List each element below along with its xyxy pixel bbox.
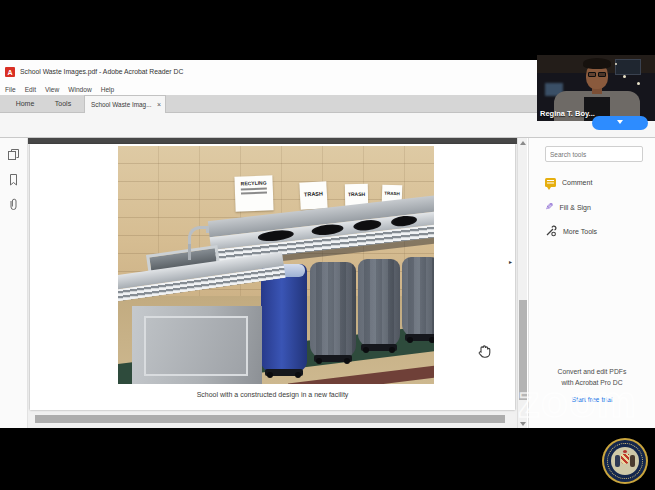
panel-collapse-handle[interactable]: ▸ — [509, 258, 512, 265]
triangle-up-icon — [520, 141, 526, 145]
cabinet-panel — [144, 316, 248, 376]
promo-line-2: with Acrobat Pro DC — [529, 377, 655, 388]
bookmark-icon — [7, 173, 20, 186]
trash-sign-text: TRASH — [345, 191, 368, 197]
trash-sign-1: TRASH — [299, 181, 327, 209]
window-title: School Waste Images.pdf - Adobe Acrobat … — [20, 60, 183, 84]
acrobat-app-icon: A — [5, 67, 15, 77]
participant-video[interactable]: Regina T. Boy... — [537, 55, 655, 121]
document-area: RECYLING TRASH TRASH TRASH — [0, 138, 655, 428]
government-seal — [602, 438, 648, 484]
page-thumbnails-button[interactable] — [7, 148, 21, 162]
bin-dolly — [361, 344, 396, 351]
panel-item-comment[interactable]: Comment — [545, 174, 649, 190]
sink-cabinet — [132, 306, 262, 384]
sign-subtext-line — [241, 191, 268, 194]
figure-caption: School with a constructed design in a ne… — [30, 391, 515, 398]
seal-figure-left — [615, 455, 620, 467]
gray-trash-bin — [310, 262, 356, 358]
start-free-trial-link[interactable]: Start free trial — [529, 396, 655, 403]
video-background-light — [623, 75, 626, 78]
attachments-button[interactable] — [7, 198, 21, 212]
faucet — [188, 226, 208, 246]
trash-sign-text: TRASH — [382, 191, 402, 197]
video-background-light — [637, 82, 640, 85]
seal-center — [611, 447, 639, 475]
paperclip-icon — [7, 198, 20, 211]
promo-line-1: Convert and edit PDFs — [529, 366, 655, 377]
fill-sign-icon: ✎ — [545, 202, 553, 212]
tab-tools[interactable]: Tools — [46, 95, 80, 113]
tab-home[interactable]: Home — [6, 95, 44, 113]
horizontal-scrollbar-thumb[interactable] — [35, 415, 505, 423]
bookmarks-button[interactable] — [7, 173, 21, 187]
zoom-meeting-screen-share: A School Waste Images.pdf - Adobe Acroba… — [0, 0, 655, 490]
menu-view[interactable]: View — [45, 86, 59, 93]
navigation-pane-strip — [0, 138, 28, 428]
gray-trash-bin — [402, 257, 434, 337]
tab-document-label: School Waste Imag... — [91, 101, 152, 108]
seal-crest — [623, 450, 627, 453]
menu-edit[interactable]: Edit — [25, 86, 36, 93]
document-pane[interactable]: RECYLING TRASH TRASH TRASH — [28, 138, 517, 428]
menu-file[interactable]: File — [5, 86, 16, 93]
hand-cursor — [476, 343, 492, 359]
trash-sign-text: TRASH — [300, 190, 327, 197]
participant-glasses — [588, 72, 596, 77]
panel-item-fill-sign[interactable]: ✎ Fill & Sign — [545, 199, 649, 215]
scroll-up-arrow[interactable] — [518, 138, 528, 147]
tab-document[interactable]: School Waste Imag... × — [84, 95, 166, 113]
waste-station-photo: RECYLING TRASH TRASH TRASH — [118, 146, 434, 384]
video-background-light — [615, 63, 617, 65]
triangle-down-icon — [520, 422, 526, 426]
menu-window[interactable]: Window — [68, 86, 91, 93]
seal-figure-right — [630, 455, 635, 467]
seal-shield — [621, 454, 629, 464]
chevron-down-icon — [617, 120, 623, 124]
participant-hair — [583, 58, 611, 69]
recycling-sign: RECYLING — [234, 175, 273, 211]
tools-panel: Comment ✎ Fill & Sign More Tools Convert… — [528, 138, 655, 428]
vertical-scrollbar-thumb[interactable] — [519, 300, 527, 400]
vertical-scrollbar[interactable] — [517, 138, 527, 428]
pdf-page: RECYLING TRASH TRASH TRASH — [30, 144, 515, 410]
sign-subtext-line — [241, 188, 268, 191]
video-background-frame — [615, 59, 641, 75]
meeting-control-button[interactable] — [592, 116, 648, 130]
recycling-sign-text: RECYLING — [235, 179, 273, 186]
acrobat-pro-promo: Convert and edit PDFs with Acrobat Pro D… — [529, 366, 655, 388]
participant-glasses — [598, 72, 606, 77]
panel-item-label: Fill & Sign — [559, 204, 591, 211]
bin-dolly — [265, 369, 304, 376]
horizontal-scrollbar[interactable] — [30, 414, 515, 424]
scroll-down-arrow[interactable] — [518, 419, 528, 428]
menu-help[interactable]: Help — [101, 86, 115, 93]
faucet-stem — [188, 244, 191, 260]
panel-item-label: More Tools — [563, 228, 597, 235]
gray-trash-bin — [358, 259, 400, 347]
tab-close-icon[interactable]: × — [157, 96, 161, 114]
comment-icon — [545, 178, 556, 187]
bin-dolly — [405, 334, 434, 341]
search-tools-input[interactable] — [545, 146, 643, 162]
panel-item-more-tools[interactable]: More Tools — [545, 223, 649, 239]
bin-dolly — [314, 355, 353, 362]
panel-item-label: Comment — [562, 179, 592, 186]
page-thumbnails-icon — [7, 148, 20, 161]
participant-name-label: Regina T. Boy... — [540, 109, 595, 118]
more-tools-icon — [545, 225, 557, 237]
